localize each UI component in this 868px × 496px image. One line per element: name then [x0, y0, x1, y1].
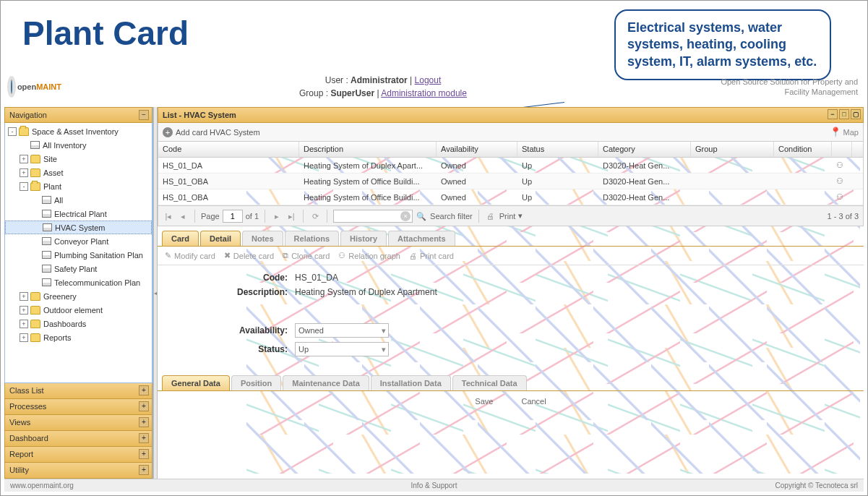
- page-of: of 1: [246, 212, 259, 221]
- tree-node-safety-plant[interactable]: Safety Plant: [5, 262, 152, 275]
- tree-node-dashboards[interactable]: +Dashboards: [5, 317, 152, 330]
- tab-notes[interactable]: Notes: [242, 231, 283, 246]
- row-relations-icon[interactable]: ⚇: [836, 161, 843, 169]
- footer-copyright: Copyright © Tecnoteca srl: [775, 482, 858, 489]
- table-row[interactable]: HS_01_DAHeating System of Duplex Apart..…: [158, 158, 863, 174]
- col-code[interactable]: Code: [158, 142, 299, 157]
- tree-node-asset[interactable]: +Asset: [5, 166, 152, 179]
- accordion-class-list[interactable]: Class List+: [4, 383, 152, 399]
- tree-node-all-inventory[interactable]: All Inventory: [5, 138, 152, 152]
- tree-node-hvac-system[interactable]: HVAC System: [5, 221, 152, 234]
- clone-icon: ⧉: [283, 251, 288, 260]
- list-toolbar: + Add card HVAC System 📍 Map: [158, 123, 864, 142]
- tree-node-reports[interactable]: +Reports: [5, 330, 152, 344]
- col-group[interactable]: Group: [691, 142, 774, 157]
- folder-icon: [30, 155, 40, 163]
- add-card-button[interactable]: Add card HVAC System: [176, 128, 260, 137]
- accordion-dashboard[interactable]: Dashboard+: [4, 431, 152, 447]
- accordion-views[interactable]: Views+: [4, 415, 152, 431]
- footer-info[interactable]: Info & Support: [411, 482, 457, 489]
- grid-icon: [42, 237, 51, 245]
- list-header: List - HVAC System − □ ▢: [158, 107, 864, 123]
- tab-card[interactable]: Card: [162, 231, 199, 246]
- refresh-icon[interactable]: ⟳: [309, 210, 321, 222]
- tree-node-conveyor-plant[interactable]: Conveyor Plant: [5, 234, 152, 248]
- table-row[interactable]: HS_01_OBAHeating System of Office Buildi…: [158, 174, 863, 189]
- next-page-icon[interactable]: ▸: [271, 210, 283, 222]
- tree-node-all[interactable]: All: [5, 193, 152, 207]
- plus-icon[interactable]: +: [163, 127, 173, 137]
- table-row[interactable]: HS_01_OBAHeating System of Office Buildi…: [158, 189, 863, 205]
- card-form: Code:HS_01_DA Description:Heating System…: [158, 265, 864, 364]
- tab-history[interactable]: History: [340, 231, 387, 246]
- folder-icon: [30, 182, 40, 191]
- search-icon[interactable]: 🔍: [416, 210, 427, 222]
- graph-icon: ⚇: [338, 251, 345, 260]
- tree-node-plumbing-sanitation-plan[interactable]: Plumbing Sanitation Plan: [5, 248, 152, 262]
- first-page-icon[interactable]: |◂: [163, 210, 174, 222]
- page-label: Page: [201, 212, 220, 221]
- accordion-report[interactable]: Report+: [4, 447, 152, 463]
- tree-node-site[interactable]: +Site: [5, 152, 152, 166]
- form-buttons: Save Cancel: [158, 391, 864, 411]
- slide-title: Plant Card: [22, 14, 189, 53]
- subtab-position[interactable]: Position: [231, 375, 281, 390]
- tree-node-electrical-plant[interactable]: Electrical Plant: [5, 207, 152, 221]
- accordion-utility[interactable]: Utility+: [4, 463, 152, 479]
- tree-node-greenery[interactable]: +Greenery: [5, 289, 152, 303]
- subtab-technical-data[interactable]: Technical Data: [452, 375, 527, 390]
- row-relations-icon[interactable]: ⚇: [836, 192, 843, 201]
- subtab-general-data[interactable]: General Data: [162, 375, 230, 390]
- row-relations-icon[interactable]: ⚇: [836, 176, 843, 185]
- status-label: Status:: [165, 344, 295, 354]
- folder-icon: [19, 127, 29, 136]
- last-page-icon[interactable]: ▸|: [285, 210, 297, 222]
- tree-node-telecommunication-plan[interactable]: Telecommunication Plan: [5, 275, 152, 289]
- tree-node-outdoor-element[interactable]: +Outdoor element: [5, 303, 152, 317]
- collapse-icon[interactable]: −: [139, 110, 149, 120]
- logout-link[interactable]: Logout: [415, 75, 442, 85]
- user-info: User : Administrator | Logout Group : Su…: [61, 74, 705, 100]
- tab-relations[interactable]: Relations: [285, 231, 340, 246]
- print-card-button[interactable]: 🖨Print card: [409, 252, 454, 260]
- print-button[interactable]: Print: [499, 212, 516, 221]
- footer-url[interactable]: www.openmaint.org: [10, 482, 74, 489]
- map-button[interactable]: 📍 Map: [830, 127, 859, 137]
- col-status[interactable]: Status: [517, 142, 598, 157]
- col-availability[interactable]: Availability: [437, 142, 517, 157]
- modify-card-button[interactable]: ✎Modify card: [165, 251, 215, 260]
- grid-icon: [43, 223, 52, 231]
- search-filter-label: Search filter: [430, 212, 473, 221]
- clone-card-button[interactable]: ⧉Clone card: [283, 251, 330, 260]
- col-category[interactable]: Category: [598, 142, 691, 157]
- availability-select[interactable]: Owned: [295, 323, 389, 338]
- delete-card-button[interactable]: ✖Delete card: [224, 251, 274, 260]
- card-toolbar: ✎Modify card ✖Delete card ⧉Clone card ⚇R…: [158, 247, 864, 265]
- prev-page-icon[interactable]: ◂: [177, 210, 189, 222]
- relation-graph-button[interactable]: ⚇Relation graph: [338, 251, 400, 260]
- admin-module-link[interactable]: Administration module: [381, 88, 467, 98]
- col-condition[interactable]: Condition: [774, 142, 832, 157]
- app-logo: openMAINT: [7, 72, 61, 101]
- clear-search-icon[interactable]: ×: [400, 211, 411, 221]
- grid-icon: [42, 196, 51, 204]
- print-icon[interactable]: 🖨: [485, 210, 497, 222]
- minimize-icon[interactable]: −: [828, 109, 838, 119]
- restore-icon[interactable]: □: [839, 109, 849, 119]
- logo-icon: [7, 76, 16, 98]
- col-description[interactable]: Description: [299, 142, 437, 157]
- tree-node-plant[interactable]: -Plant: [5, 179, 152, 193]
- code-value: HS_01_DA: [295, 273, 338, 283]
- accordion-processes[interactable]: Processes+: [4, 399, 152, 415]
- tagline: Open Source Solution for Property and Fa…: [705, 77, 864, 98]
- cancel-button[interactable]: Cancel: [521, 397, 546, 406]
- maximize-icon[interactable]: ▢: [851, 109, 861, 119]
- page-input[interactable]: [223, 210, 243, 223]
- tab-detail[interactable]: Detail: [200, 231, 241, 246]
- tree-node-space-asset-inventory[interactable]: -Space & Asset Inventory: [5, 124, 152, 138]
- subtab-maintenance-data[interactable]: Maintenance Data: [283, 375, 369, 390]
- subtab-installation-data[interactable]: Installation Data: [371, 375, 451, 390]
- status-select[interactable]: Up: [295, 342, 389, 356]
- tab-attachments[interactable]: Attachments: [388, 231, 455, 246]
- save-button[interactable]: Save: [475, 397, 493, 406]
